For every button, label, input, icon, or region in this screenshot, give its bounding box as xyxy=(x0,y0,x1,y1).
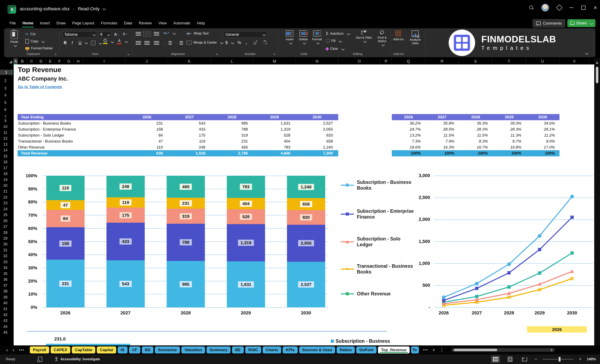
restore-button[interactable] xyxy=(581,6,586,10)
table-cell[interactable]: 100% xyxy=(425,150,459,156)
table-cell[interactable]: 2,055 xyxy=(296,126,338,132)
chevron-down-icon[interactable] xyxy=(99,41,102,45)
menu-tab-view[interactable]: View xyxy=(155,20,170,27)
table-cell[interactable]: 119 xyxy=(126,144,168,150)
zoom-in-button[interactable]: + xyxy=(579,356,581,362)
table-cell[interactable]: 543 xyxy=(168,120,211,126)
row-header-35[interactable]: 35 xyxy=(0,271,11,276)
row-header-17[interactable]: 17 xyxy=(0,165,11,171)
share-button[interactable]: Share xyxy=(567,19,595,27)
table-cell[interactable]: Subscription - Solo Ledger xyxy=(18,132,126,138)
align-bottom-button[interactable] xyxy=(154,32,159,36)
table-cell[interactable]: 1,319 xyxy=(253,126,296,132)
chevron-down-icon[interactable] xyxy=(102,7,106,10)
add-sheet-button[interactable]: + xyxy=(432,347,435,353)
vertical-scroll-thumb[interactable] xyxy=(596,67,598,83)
sheet-menu-kebab[interactable]: ⋮ xyxy=(439,347,444,353)
column-header-V[interactable]: V xyxy=(560,58,589,64)
row-header-33[interactable]: 33 xyxy=(0,259,11,265)
table-cell[interactable]: Subscription - Business Books xyxy=(18,120,126,126)
increase-indent-button[interactable]: → xyxy=(175,41,183,45)
row-header-15[interactable]: 15 xyxy=(0,154,11,159)
sheet-tab-scenarios[interactable]: Scenarios xyxy=(155,346,180,354)
table-cell[interactable]: 465 xyxy=(211,144,253,150)
table-cell[interactable]: 35.0% xyxy=(492,120,526,126)
select-all-corner[interactable] xyxy=(0,58,14,64)
menu-tab-file[interactable]: File xyxy=(6,20,19,27)
table-cell[interactable]: Transactional - Business Books xyxy=(18,138,126,144)
table-cell[interactable]: 84 xyxy=(126,132,168,138)
horizontal-scrollbar[interactable] xyxy=(451,348,555,352)
table-cell[interactable]: 24.7% xyxy=(392,126,425,132)
menu-tab-review[interactable]: Review xyxy=(135,20,155,27)
column-header-C[interactable]: C xyxy=(27,58,36,64)
row-header-5[interactable]: 5 xyxy=(0,100,11,105)
horizontal-scroll-thumb[interactable] xyxy=(454,349,497,351)
cut-button[interactable]: ✂ Cut xyxy=(25,32,36,36)
table-cell[interactable]: 7.9% xyxy=(425,138,459,144)
menu-tab-data[interactable]: Data xyxy=(121,20,135,27)
zoom-slider[interactable] xyxy=(543,359,573,359)
tab-nav-left[interactable]: ‹ xyxy=(6,347,8,353)
format-painter-button[interactable]: Format Painter xyxy=(25,46,53,50)
align-right-button[interactable] xyxy=(154,41,159,45)
autosum-button[interactable]: Σ AutoSum xyxy=(326,31,350,36)
align-center-button[interactable] xyxy=(144,41,150,45)
column-header-M[interactable]: M xyxy=(253,58,296,64)
row-header-44[interactable]: 44 xyxy=(0,324,11,329)
font-dialog-launcher[interactable]: ↘ xyxy=(127,52,130,55)
chevron-down-icon[interactable] xyxy=(14,44,17,47)
chevron-down-icon[interactable] xyxy=(85,41,88,45)
collapse-ribbon-button[interactable] xyxy=(585,52,589,55)
table-cell[interactable]: Year Ending xyxy=(18,114,126,120)
table-cell[interactable]: 319 xyxy=(211,132,253,138)
column-header-J[interactable]: J xyxy=(125,58,168,64)
sheet-tab-bs[interactable]: BS xyxy=(142,346,153,354)
table-cell[interactable]: 47 xyxy=(126,138,168,144)
table-cell[interactable]: 231 xyxy=(211,138,253,144)
readonly-badge[interactable]: Read-Only xyxy=(78,6,99,11)
tab-nav-right[interactable]: › xyxy=(13,347,14,353)
scroll-right-arrow[interactable] xyxy=(551,348,554,351)
table-cell[interactable]: 158 xyxy=(126,126,168,132)
minimize-button[interactable] xyxy=(569,8,573,8)
normal-view-button[interactable] xyxy=(491,355,500,363)
table-cell[interactable]: 248 xyxy=(168,144,211,150)
row-header-9[interactable]: 9 xyxy=(0,118,11,124)
table-cell[interactable]: 985 xyxy=(211,120,253,126)
row-header-45[interactable]: 45 xyxy=(0,330,11,335)
comments-button[interactable]: Comments xyxy=(533,19,565,27)
sheet-tab-roic[interactable]: ROIC xyxy=(245,346,261,354)
menu-tab-help[interactable]: Help xyxy=(194,20,208,27)
sheet-tab-dupont[interactable]: DuPont xyxy=(356,346,376,354)
row-header-24[interactable]: 24 xyxy=(0,206,11,212)
align-middle-button[interactable] xyxy=(144,32,150,36)
table-cell[interactable]: 1,518 xyxy=(168,150,211,156)
premium-diamond-icon[interactable] xyxy=(556,4,562,11)
table-cell[interactable]: 2,786 xyxy=(211,150,253,156)
table-cell[interactable]: 433 xyxy=(168,126,211,132)
fill-button[interactable]: ↓ Fill xyxy=(326,39,341,43)
page-layout-view-button[interactable] xyxy=(506,355,515,363)
table-cell[interactable]: 7,300 xyxy=(296,150,338,156)
column-header-U[interactable]: U xyxy=(526,58,560,64)
clear-button[interactable]: Clear xyxy=(326,47,344,51)
table-cell[interactable]: 820 xyxy=(296,132,338,138)
page-break-view-button[interactable] xyxy=(520,355,529,363)
sheet-tab-is[interactable]: IS xyxy=(118,346,128,354)
menu-tab-home[interactable]: Home xyxy=(19,20,37,27)
table-cell[interactable]: 28.3% xyxy=(459,126,492,132)
column-header-D[interactable]: D xyxy=(36,58,46,64)
sheet-tab-capex[interactable]: CAPEX xyxy=(51,346,70,354)
fill-color-button[interactable] xyxy=(103,39,113,44)
search-icon[interactable] xyxy=(529,6,534,10)
column-header-E[interactable]: E xyxy=(46,58,55,64)
row-header-13[interactable]: 13 xyxy=(0,142,11,147)
table-cell[interactable]: 100% xyxy=(392,150,425,156)
sort-filter-button[interactable]: AZ Sort & Filter xyxy=(355,30,373,50)
macro-record-icon[interactable] xyxy=(38,357,42,362)
table-cell[interactable]: 2030 xyxy=(526,114,560,120)
sheet-tab-summary[interactable]: Summary xyxy=(206,346,231,354)
column-header-G[interactable]: G xyxy=(64,58,74,64)
row-header-4[interactable]: 4 xyxy=(0,92,11,98)
